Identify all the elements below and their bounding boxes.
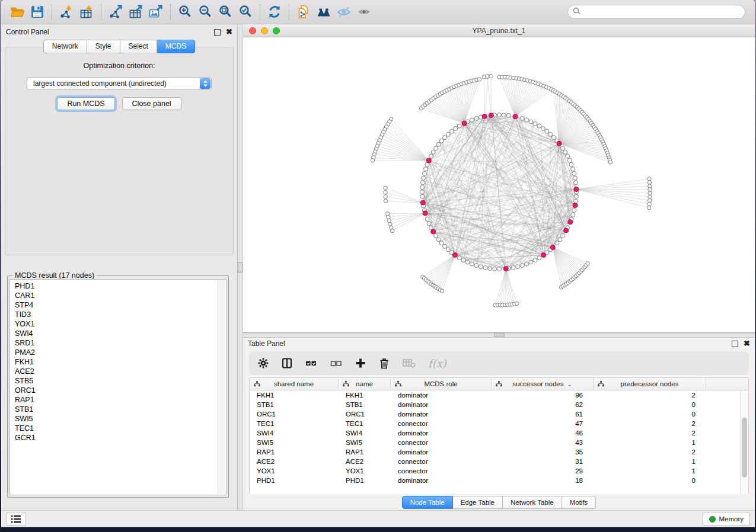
- network-node[interactable]: [420, 194, 425, 198]
- network-node[interactable]: [574, 194, 578, 198]
- network-hub-node[interactable]: [574, 187, 579, 192]
- network-node[interactable]: [520, 116, 524, 120]
- network-node[interactable]: [555, 241, 559, 245]
- network-leaf-node[interactable]: [586, 262, 589, 265]
- network-leaf-node[interactable]: [440, 289, 444, 293]
- table-row[interactable]: PHD1PHD1dominator180: [250, 476, 748, 485]
- network-node[interactable]: [436, 142, 441, 146]
- network-leaf-node[interactable]: [371, 159, 374, 162]
- network-node[interactable]: [443, 136, 447, 140]
- mcds-result-item[interactable]: SRD1: [15, 338, 226, 348]
- network-node[interactable]: [420, 185, 425, 190]
- network-node[interactable]: [561, 146, 565, 150]
- network-leaf-node[interactable]: [384, 199, 387, 203]
- network-node[interactable]: [533, 121, 537, 126]
- table-scrollbar-thumb[interactable]: [742, 418, 747, 478]
- network-node[interactable]: [541, 127, 545, 131]
- mcds-result-item[interactable]: CAR1: [15, 291, 226, 300]
- network-leaf-node[interactable]: [648, 191, 652, 195]
- table-row[interactable]: ORC1ORC1dominator610: [250, 409, 748, 419]
- vertical-splitter[interactable]: [238, 24, 243, 511]
- network-leaf-node[interactable]: [647, 198, 651, 202]
- mcds-result-list[interactable]: PHD1CAR1STP4TID3YOX1SWI4SRD1PMA2FKH1ACE2…: [9, 279, 227, 495]
- show-hide-columns-icon[interactable]: [281, 355, 293, 371]
- network-node[interactable]: [571, 213, 575, 217]
- new-network-from-selection-icon[interactable]: [294, 3, 314, 21]
- close-panel-icon[interactable]: ✖: [226, 29, 232, 35]
- network-hub-node[interactable]: [482, 114, 487, 118]
- deselect-all-icon[interactable]: [330, 355, 343, 371]
- network-node[interactable]: [470, 262, 474, 266]
- network-leaf-node[interactable]: [384, 195, 387, 198]
- network-node[interactable]: [439, 241, 444, 245]
- mcds-result-item[interactable]: GCR1: [15, 433, 226, 443]
- network-node[interactable]: [434, 146, 438, 150]
- network-hub-node[interactable]: [431, 229, 436, 234]
- network-node[interactable]: [497, 267, 502, 271]
- refresh-icon[interactable]: [264, 3, 285, 21]
- network-leaf-node[interactable]: [647, 181, 651, 184]
- network-node[interactable]: [461, 258, 465, 262]
- network-node[interactable]: [572, 209, 576, 213]
- network-hub-node[interactable]: [513, 114, 518, 119]
- mcds-result-scrollbar[interactable]: [218, 280, 225, 494]
- network-node[interactable]: [488, 267, 492, 271]
- column-header-shared-name[interactable]: shared name: [250, 378, 339, 390]
- network-hub-node[interactable]: [426, 158, 431, 163]
- network-node[interactable]: [420, 181, 425, 185]
- network-leaf-node[interactable]: [390, 229, 394, 233]
- network-node[interactable]: [520, 264, 524, 268]
- mcds-result-item[interactable]: STP4: [15, 300, 226, 310]
- network-node[interactable]: [574, 199, 578, 203]
- network-node[interactable]: [434, 233, 438, 238]
- network-node[interactable]: [420, 190, 425, 194]
- network-hub-node[interactable]: [564, 228, 569, 233]
- network-node[interactable]: [422, 171, 426, 175]
- network-node[interactable]: [571, 167, 575, 171]
- table-row[interactable]: FKH1FKH1dominator962: [250, 390, 748, 400]
- table-scrollbar[interactable]: [740, 390, 748, 494]
- zoom-out-icon[interactable]: [195, 3, 215, 21]
- network-node[interactable]: [454, 127, 458, 131]
- show-all-icon[interactable]: [354, 3, 374, 21]
- network-node[interactable]: [558, 238, 562, 242]
- network-node[interactable]: [429, 154, 433, 158]
- search-input[interactable]: [583, 7, 740, 17]
- mcds-result-item[interactable]: FKH1: [15, 357, 226, 367]
- network-node[interactable]: [567, 158, 572, 162]
- horizontal-splitter[interactable]: [243, 333, 755, 338]
- network-node[interactable]: [431, 150, 435, 154]
- network-node[interactable]: [566, 154, 570, 158]
- network-hub-node[interactable]: [568, 220, 573, 225]
- network-hub-node[interactable]: [489, 113, 493, 118]
- save-icon[interactable]: [27, 3, 47, 21]
- network-node[interactable]: [561, 233, 565, 238]
- zoom-fit-icon[interactable]: [215, 3, 235, 21]
- memory-button[interactable]: Memory: [703, 512, 750, 526]
- network-node[interactable]: [529, 120, 533, 124]
- network-leaf-node[interactable]: [648, 188, 652, 191]
- network-canvas[interactable]: [243, 37, 755, 332]
- network-node[interactable]: [563, 150, 567, 154]
- network-hub-node[interactable]: [452, 253, 457, 258]
- network-node[interactable]: [457, 256, 461, 260]
- network-node[interactable]: [529, 260, 533, 264]
- table-row[interactable]: ACE2ACE2connector311: [250, 457, 748, 466]
- network-node[interactable]: [533, 258, 537, 262]
- network-view-titlebar[interactable]: YPA_prune.txt_1: [243, 24, 755, 37]
- tab-network[interactable]: Network: [43, 40, 87, 53]
- network-node[interactable]: [516, 265, 520, 269]
- mcds-result-item[interactable]: PHD1: [15, 281, 226, 291]
- tab-network-table[interactable]: Network Table: [503, 496, 562, 509]
- mcds-result-item[interactable]: SWI5: [15, 414, 226, 424]
- network-hub-node[interactable]: [573, 203, 578, 208]
- network-leaf-node[interactable]: [387, 215, 390, 219]
- import-table-icon[interactable]: [76, 3, 97, 21]
- open-folder-icon[interactable]: [7, 3, 27, 21]
- network-node[interactable]: [572, 171, 576, 175]
- table-row[interactable]: YOX1YOX1connector291: [250, 466, 748, 476]
- export-table-icon[interactable]: [126, 3, 146, 21]
- network-node[interactable]: [545, 129, 549, 133]
- network-leaf-node[interactable]: [647, 206, 650, 209]
- mcds-result-item[interactable]: STB5: [15, 376, 226, 386]
